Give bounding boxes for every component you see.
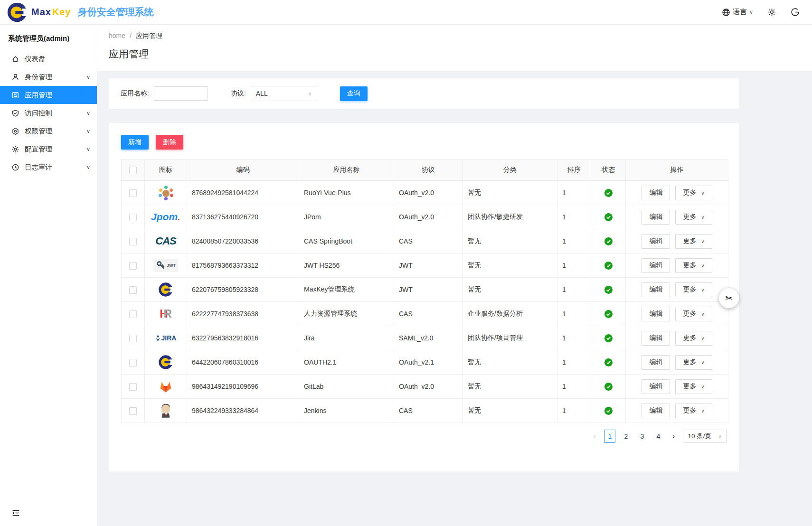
next-page-button[interactable]: › (669, 432, 678, 441)
row-checkbox[interactable] (129, 238, 137, 245)
prev-page-button[interactable]: ‹ (590, 432, 599, 441)
audit-log-icon (11, 163, 19, 171)
main-content: home / 应用管理 应用管理 应用名称: 协议: ALL ∨ 查询 新增 删… (97, 25, 812, 526)
sidebar-item-4[interactable]: 权限管理∨ (0, 122, 97, 140)
table-row: 622076759805923328MaxKey管理系统JWT暂无1编辑更多 ∨ (122, 278, 728, 302)
row-checkbox[interactable] (129, 286, 137, 294)
row-checkbox[interactable] (129, 214, 137, 221)
row-checkbox[interactable] (129, 407, 137, 415)
app-code: 622076759805923328 (187, 278, 299, 302)
row-checkbox[interactable] (129, 359, 137, 366)
app-status (591, 278, 626, 302)
protocol-select[interactable]: ALL ∨ (251, 86, 317, 101)
floating-tool-button[interactable]: ✂ (719, 288, 739, 308)
more-button[interactable]: 更多 ∨ (675, 210, 712, 225)
row-checkbox[interactable] (129, 189, 137, 197)
delete-button[interactable]: 删除 (156, 135, 183, 150)
app-sort: 1 (557, 205, 591, 229)
page-size-select[interactable]: 10 条/页∨ (683, 430, 727, 443)
protocol-label: 协议: (231, 89, 246, 98)
page-4-button[interactable]: 4 (652, 430, 664, 443)
page-2-button[interactable]: 2 (620, 430, 632, 443)
sidebar-item-3[interactable]: 访问控制∨ (0, 104, 97, 122)
row-checkbox[interactable] (129, 383, 137, 391)
app-status (591, 229, 626, 254)
app-name: RuoYi-Vue-Plus (299, 181, 394, 205)
search-button[interactable]: 查询 (340, 86, 368, 101)
edit-button[interactable]: 编辑 (642, 210, 670, 225)
app-sort: 1 (557, 302, 591, 326)
sidebar-item-2[interactable]: 应用管理 (0, 86, 97, 104)
sidebar-item-0[interactable]: 仪表盘 (0, 50, 97, 68)
edit-button[interactable]: 编辑 (642, 404, 670, 418)
app-protocol: CAS (394, 302, 463, 326)
language-selector[interactable]: 语言 ∨ (722, 8, 753, 17)
edit-button[interactable]: 编辑 (642, 331, 670, 346)
language-label: 语言 (733, 8, 747, 17)
add-button[interactable]: 新增 (121, 135, 149, 150)
edit-button[interactable]: 编辑 (642, 307, 670, 321)
page-3-button[interactable]: 3 (636, 430, 648, 443)
row-checkbox[interactable] (129, 310, 137, 318)
app-name: JWT HS256 (299, 254, 394, 278)
select-all-checkbox[interactable] (129, 167, 137, 174)
settings-icon[interactable] (767, 8, 776, 17)
appstore-icon (11, 91, 19, 99)
sidebar-item-1[interactable]: 身份管理∨ (0, 68, 97, 86)
app-status (591, 399, 626, 423)
table-row: Jpom.837136275440926720JPomOAuth_v2.0团队协… (122, 205, 728, 229)
app-status (591, 181, 626, 205)
table-card: 新增 删除 图标编码应用名称协议分类排序状态操作 876892492581044… (109, 123, 739, 471)
app-sort: 1 (557, 229, 591, 254)
chevron-down-icon: ∨ (718, 433, 722, 440)
app-name: MaxKey管理系统 (299, 278, 394, 302)
chevron-down-icon: ∨ (749, 9, 753, 15)
more-button[interactable]: 更多 ∨ (675, 404, 712, 418)
app-name: CAS SpringBoot (299, 229, 394, 254)
column-header: 状态 (591, 160, 626, 181)
more-button[interactable]: 更多 ∨ (675, 282, 712, 297)
collapse-sidebar-button[interactable] (11, 508, 20, 519)
app-code: 986432249333284864 (187, 399, 299, 423)
sidebar-item-6[interactable]: 日志审计∨ (0, 158, 97, 176)
more-button[interactable]: 更多 ∨ (675, 186, 712, 200)
app-code: 644220607860310016 (187, 350, 299, 375)
dashboard-icon (11, 55, 19, 63)
more-button[interactable]: 更多 ∨ (675, 258, 712, 273)
edit-button[interactable]: 编辑 (642, 234, 670, 249)
sidebar-item-label: 应用管理 (25, 91, 90, 100)
jenkins-logo-icon (145, 399, 187, 423)
sidebar-item-5[interactable]: 配置管理∨ (0, 140, 97, 158)
edit-button[interactable]: 编辑 (642, 355, 670, 370)
app-name: 人力资源管理系统 (299, 302, 394, 326)
cas-logo-icon: CAS (145, 229, 187, 253)
edit-button[interactable]: 编辑 (642, 379, 670, 394)
app-name-input[interactable] (154, 86, 208, 101)
more-button[interactable]: 更多 ∨ (675, 234, 712, 249)
maxkey-logo-icon (145, 278, 187, 301)
column-header: 应用名称 (299, 160, 394, 181)
more-button[interactable]: 更多 ∨ (675, 355, 712, 370)
brand: Max Key 身份安全管理系统 (7, 2, 154, 23)
more-button[interactable]: 更多 ∨ (675, 307, 712, 321)
app-code: 632279563832918016 (187, 326, 299, 350)
row-checkbox[interactable] (129, 262, 137, 270)
more-button[interactable]: 更多 ∨ (675, 379, 712, 394)
chevron-down-icon: ∨ (86, 128, 90, 134)
edit-button[interactable]: 编辑 (642, 282, 670, 297)
breadcrumb-home[interactable]: home (109, 32, 125, 40)
app-code: 817568793663373312 (187, 254, 299, 278)
logout-icon[interactable] (791, 8, 800, 17)
app-protocol: JWT (394, 254, 463, 278)
app-name: GitLab (299, 375, 394, 399)
edit-button[interactable]: 编辑 (642, 186, 670, 200)
breadcrumb-current: 应用管理 (136, 32, 162, 40)
chevron-down-icon: ∨ (86, 110, 90, 116)
sidebar-item-label: 访问控制 (25, 109, 81, 118)
edit-button[interactable]: 编辑 (642, 258, 670, 273)
more-button[interactable]: 更多 ∨ (675, 331, 712, 346)
row-checkbox[interactable] (129, 335, 137, 342)
table-header-row: 图标编码应用名称协议分类排序状态操作 (122, 160, 728, 181)
page-1-button[interactable]: 1 (604, 430, 615, 443)
app-name: JPom (299, 205, 394, 229)
